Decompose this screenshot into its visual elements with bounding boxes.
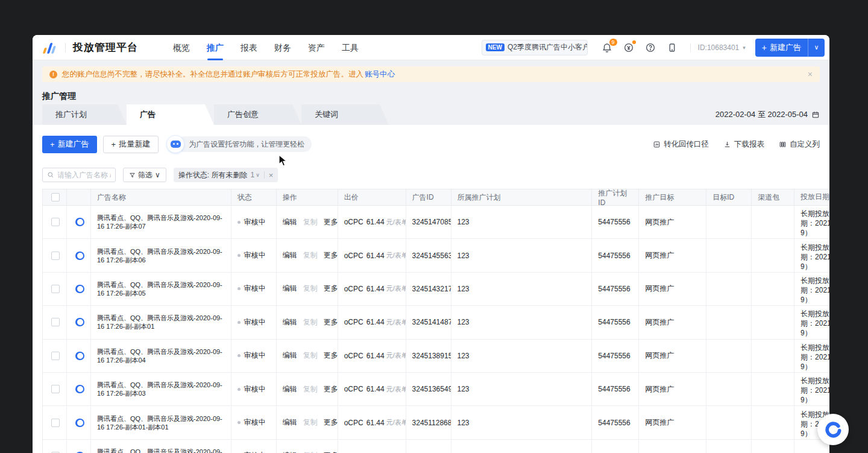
new-ad-split-button[interactable]: +新建广告 ∨: [755, 39, 825, 57]
conversion-callback-link[interactable]: 转化回传口径: [653, 139, 709, 150]
more-link[interactable]: 更多∨: [324, 317, 338, 328]
target-cell: 网页推广: [639, 340, 706, 372]
download-report-link[interactable]: 下载报表: [723, 139, 764, 150]
edit-link[interactable]: 编辑: [283, 350, 297, 361]
edit-link[interactable]: 编辑: [283, 317, 297, 328]
account-id-text: ID:10683401: [698, 43, 740, 52]
bid-value: 61.44: [366, 318, 385, 326]
copy-link[interactable]: 复制: [303, 451, 318, 453]
more-link[interactable]: 更多∨: [324, 417, 338, 428]
bid-cell: oCPC61.44元/表单预约: [338, 340, 406, 372]
new-ad-button[interactable]: + 新建广告: [42, 136, 97, 153]
promo-banner[interactable]: NEW Q2季度腾讯广告中小客户激励计划进: [482, 40, 588, 55]
more-label: 更多: [324, 217, 338, 227]
chevron-down-icon[interactable]: ∨: [256, 172, 260, 178]
campaign-id-cell: [592, 440, 639, 453]
nav-item-reports[interactable]: 报表: [232, 35, 266, 60]
status-dot-icon: [237, 254, 241, 257]
ad-name[interactable]: 腾讯看点、QQ、腾讯音乐及游戏-2020-09-16 17:26-副: [97, 448, 225, 453]
nav-item-overview[interactable]: 概览: [165, 35, 198, 60]
assistant-float-button[interactable]: [817, 414, 849, 445]
target-cell: 网页推广: [639, 406, 706, 439]
row-toggle-cell: [67, 239, 91, 271]
copy-link[interactable]: 复制: [303, 250, 318, 261]
row-checkbox[interactable]: [51, 218, 60, 226]
ad-name[interactable]: 腾讯看点、QQ、腾讯音乐及游戏-2020-09-16 17:26-副本04: [97, 347, 225, 364]
date-range-picker[interactable]: 2022-02-04 至 2022-05-04: [715, 104, 820, 125]
bid-unit: 元/表单预约: [386, 351, 406, 360]
row-toggle-on[interactable]: [75, 385, 84, 393]
nav-item-tools[interactable]: 工具: [333, 35, 367, 60]
rewards-icon[interactable]: [623, 42, 634, 53]
mobile-icon[interactable]: [667, 42, 678, 53]
copy-link[interactable]: 复制: [303, 284, 318, 294]
more-link[interactable]: 更多∨: [324, 284, 338, 294]
copy-link[interactable]: 复制: [303, 417, 318, 428]
more-link[interactable]: 更多∨: [324, 217, 338, 227]
account-center-link[interactable]: 账号中心: [365, 69, 395, 80]
edit-link[interactable]: 编辑: [283, 250, 297, 261]
bell-badge: 9: [609, 39, 617, 46]
chevron-down-icon[interactable]: ∨: [808, 39, 825, 57]
table-body: 腾讯看点、QQ、腾讯音乐及游戏-2020-09-16 17:26-副本07 审核…: [42, 206, 829, 453]
edit-link[interactable]: 编辑: [283, 451, 297, 453]
search-input[interactable]: [57, 171, 111, 179]
more-link[interactable]: 更多∨: [324, 250, 338, 261]
row-checkbox[interactable]: [51, 385, 60, 393]
account-id[interactable]: ID:10683401 ▾: [698, 43, 746, 52]
tab-ads[interactable]: 广告: [127, 104, 214, 125]
copy-link[interactable]: 复制: [303, 350, 318, 361]
actions-cell: 编辑 复制 更多∨: [277, 306, 338, 338]
close-icon[interactable]: ×: [808, 69, 813, 79]
copy-link[interactable]: 复制: [303, 384, 318, 394]
row-toggle-on[interactable]: [75, 285, 84, 293]
nav-item-promotion[interactable]: 推广: [198, 35, 232, 60]
table-row: 腾讯看点、QQ、腾讯音乐及游戏-2020-09-16 17:26-副-副本01 …: [42, 306, 829, 339]
select-all-checkbox[interactable]: [51, 193, 60, 201]
tab-creatives[interactable]: 广告创意: [214, 104, 301, 125]
ad-name[interactable]: 腾讯看点、QQ、腾讯音乐及游戏-2020-09-16 17:26-副本01-副本…: [97, 414, 225, 431]
filter-button[interactable]: 筛选 ∨: [123, 168, 166, 182]
more-link[interactable]: 更多∨: [324, 384, 338, 394]
hosting-tip[interactable]: 为广告设置托管功能，让管理更轻松: [166, 135, 312, 153]
col-campaign: 所属推广计划: [451, 189, 593, 205]
help-icon[interactable]: [645, 42, 656, 53]
status-filter-chip[interactable]: 操作状态: 所有未删除 1 ∨ ×: [174, 168, 278, 182]
copy-link[interactable]: 复制: [303, 217, 318, 227]
bid-cell: oCPC61.44元/表单预约: [338, 239, 406, 271]
ad-name[interactable]: 腾讯看点、QQ、腾讯音乐及游戏-2020-09-16 17:26-副本05: [97, 280, 225, 297]
target-id-cell: [706, 306, 752, 338]
row-checkbox[interactable]: [51, 285, 60, 293]
batch-create-button[interactable]: + 批量新建: [103, 136, 159, 153]
close-icon[interactable]: ×: [269, 171, 274, 180]
edit-link[interactable]: 编辑: [283, 284, 297, 294]
more-link[interactable]: 更多∨: [324, 350, 338, 361]
row-checkbox[interactable]: [51, 419, 60, 427]
row-toggle-on[interactable]: [75, 218, 84, 226]
target-cell: 网页推广: [639, 206, 706, 238]
nav-item-assets[interactable]: 资产: [300, 35, 333, 60]
row-checkbox[interactable]: [51, 252, 60, 260]
ad-name[interactable]: 腾讯看点、QQ、腾讯音乐及游戏-2020-09-16 17:26-副本06: [97, 247, 225, 264]
ad-name[interactable]: 腾讯看点、QQ、腾讯音乐及游戏-2020-09-16 17:26-副本07: [97, 214, 225, 230]
row-toggle-on[interactable]: [75, 252, 84, 260]
row-toggle-on[interactable]: [75, 318, 84, 326]
row-toggle-on[interactable]: [75, 419, 84, 427]
nav-item-finance[interactable]: 财务: [266, 35, 300, 60]
col-channel: 渠道包: [752, 189, 794, 205]
date-line: 期：2021-0: [800, 385, 829, 395]
row-checkbox[interactable]: [51, 318, 60, 326]
more-link[interactable]: 更多∨: [324, 451, 338, 453]
edit-link[interactable]: 编辑: [283, 417, 297, 428]
ad-name[interactable]: 腾讯看点、QQ、腾讯音乐及游戏-2020-09-16 17:26-副-副本01: [97, 314, 225, 331]
tab-campaigns[interactable]: 推广计划: [42, 104, 127, 125]
ad-name[interactable]: 腾讯看点、QQ、腾讯音乐及游戏-2020-09-16 17:26-副本03: [97, 381, 225, 398]
edit-link[interactable]: 编辑: [283, 384, 297, 394]
bell-icon[interactable]: 9: [602, 42, 612, 53]
custom-columns-link[interactable]: 自定义列: [779, 139, 820, 150]
row-checkbox[interactable]: [51, 352, 60, 360]
row-toggle-on[interactable]: [75, 352, 84, 360]
copy-link[interactable]: 复制: [303, 317, 318, 328]
tab-keywords[interactable]: 关键词: [301, 104, 389, 125]
edit-link[interactable]: 编辑: [283, 217, 297, 227]
